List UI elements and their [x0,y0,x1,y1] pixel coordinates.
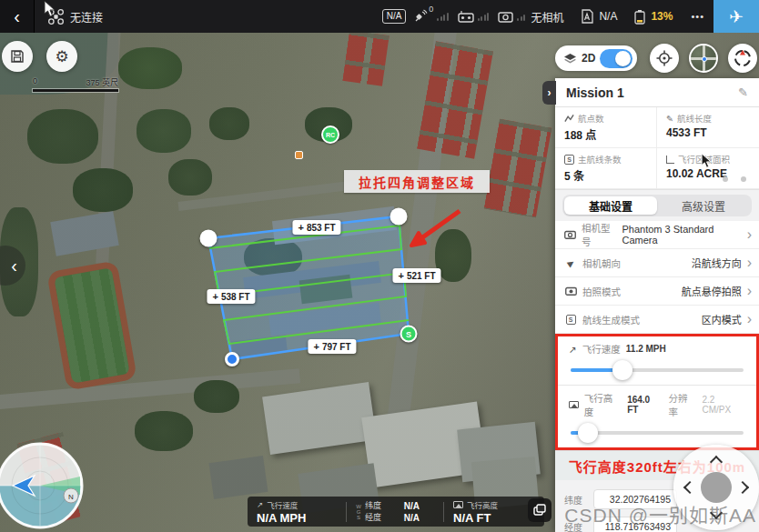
photo-mode-icon [565,286,577,296]
polygon-corner-handle[interactable] [390,208,408,226]
edge-length-label-bottom[interactable]: + 797 FT [308,339,356,354]
nudge-left-icon[interactable] [683,481,696,494]
altitude-slider-group: 飞行高度 164.0 FT 分辨率 2.2 CM/PX [558,386,756,447]
lng-label: 经度 [365,512,381,524]
map-mode-label: 2D [582,52,595,65]
camera-icon [498,11,513,23]
telemetry-altitude: 飞行高度 N/A FT [444,497,507,527]
toggle-knob [615,51,631,66]
heading-icon: ▶ [565,257,575,268]
edge-length-value: 521 FT [407,271,436,281]
nudge-down-icon[interactable] [710,507,723,519]
speed-label: 飞行速度 [267,499,298,510]
chevron-right-icon: › [548,86,552,99]
settings-tabs: 基础设置 高级设置 [562,195,752,216]
latitude-label: 纬度 [564,493,586,507]
battery-icon [633,9,646,25]
remote-controller-icon [458,10,474,23]
minimap-thumbnail-button[interactable] [689,44,718,73]
lat-label: 纬度 [365,500,381,512]
move-icon: + [313,341,319,352]
stat-waypoints: 航点数 188 点 [555,107,657,148]
setting-row-route-mode[interactable]: S 航线生成模式 区内模式 › [555,306,759,334]
flight-mode-icon [580,9,594,24]
speed-slider[interactable] [571,368,744,372]
altitude-label: 飞行高度 [467,499,498,510]
slider-knob[interactable] [578,423,598,443]
tab-advanced-settings[interactable]: 高级设置 [657,196,750,215]
tutorial-annotation-text: 拉托四角调整区域 [359,173,475,191]
attitude-compass-widget[interactable]: N [0,442,84,529]
move-icon: + [398,270,403,281]
setting-row-camera-heading[interactable]: ▶ 相机朝向 沿航线方向 › [555,249,759,277]
nudge-dpad[interactable] [673,445,759,530]
edge-length-label-right[interactable]: + 521 FT [392,268,440,283]
chevron-right-icon: › [747,284,752,298]
wgs-label: WGS [356,504,361,520]
telemetry-bar: ↗ 飞行速度 N/A MPH WGS 纬度 N/A 经度 N/A [248,497,544,527]
edge-length-label-left[interactable]: + 538 FT [207,289,255,304]
save-mission-button[interactable] [2,41,33,72]
lng-value: N/A [394,512,420,524]
flight-mode-value: N/A [599,10,617,23]
camera-view-button[interactable] [528,498,552,522]
gps-count: 0 [429,5,433,14]
slider-knob[interactable] [612,360,632,380]
move-icon: + [212,291,218,302]
back-button[interactable]: ‹ [0,0,35,33]
stat-main-lines: S 主航线条数 5 条 [555,148,657,189]
nudge-right-icon[interactable] [736,481,749,494]
setting-row-photo-mode[interactable]: 拍照模式 航点悬停拍照 › [555,277,759,306]
chevron-right-icon: › [747,312,752,326]
tab-basic-settings[interactable]: 基础设置 [564,196,657,215]
poi-marker [295,151,303,159]
more-button[interactable]: ••• [691,11,704,22]
longitude-input[interactable] [593,517,677,532]
chevron-right-icon: › [747,227,752,242]
tutorial-annotation: 拉托四角调整区域 [344,170,490,193]
waypoint-icon [564,114,574,123]
nudge-up-icon[interactable] [710,456,723,468]
crosshair-icon [656,50,673,66]
setting-row-camera-model[interactable]: 相机型号 Phantom 3 Standard Camera › [555,221,759,249]
locate-button[interactable] [650,44,679,73]
map-2d-toggle[interactable] [600,49,632,68]
drone-icon [47,8,65,25]
latitude-input[interactable] [593,489,677,509]
speed-icon: ↗ [257,500,263,509]
area-icon [666,156,674,164]
top-status-bar: ‹ 无连接 N/A 0 无相机 [0,0,759,33]
scale-end: 375 英尺 [86,76,118,88]
mission-stats: 航点数 188 点 ✎ 航线长度 4533 FT S 主航线条数 5 条 [555,107,759,190]
map-settings-button[interactable]: ⚙ [46,41,77,72]
polygon-corner-handle[interactable] [200,230,218,247]
takeoff-button[interactable]: ✈ [713,0,759,33]
minimap-image [691,45,716,71]
map-control-cluster: 2D [555,44,759,73]
scale-bar-line [33,89,118,92]
chevron-left-icon: ‹ [11,256,17,276]
app-root: S + 853 FT + 521 FT + 538 FT + 797 FT 拉托… [0,0,759,532]
telemetry-coords: WGS 纬度 N/A 经度 N/A [347,497,443,527]
route-start-marker[interactable]: S [400,326,418,343]
edge-length-label-top[interactable]: + 853 FT [292,220,340,235]
camera-status: 无相机 [531,9,563,25]
altitude-slider[interactable] [571,431,744,435]
route-mode-icon: S [564,155,574,165]
airplane-icon: ✈ [729,6,744,26]
layers-icon [563,53,577,65]
rc-signal-bars [478,12,490,21]
aircraft-connection-status: 无连接 [70,9,103,25]
compass-reset-button[interactable] [728,44,757,73]
nudge-center-button[interactable] [701,472,732,503]
polygon-corner-handle[interactable] [225,352,239,366]
speed-value: N/A MPH [257,511,337,525]
panel-collapse-tab[interactable]: › [542,81,556,105]
map-mode-pill[interactable]: 2D [555,45,637,71]
mode-badge: N/A [382,9,407,24]
compass-icon [734,49,752,67]
stat-value: 4533 FT [666,126,750,139]
edit-mission-icon[interactable]: ✎ [738,85,748,99]
route-mode-icon: S [566,315,576,325]
mission-header: › Mission 1 ✎ [555,78,759,107]
